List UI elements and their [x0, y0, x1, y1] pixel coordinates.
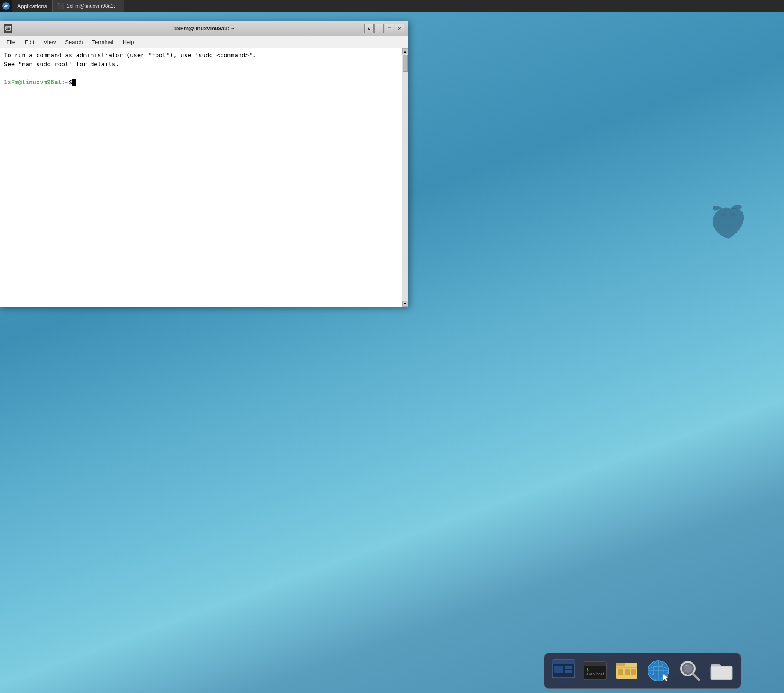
lxde-logo[interactable] — [0, 0, 12, 12]
svg-rect-13 — [565, 670, 572, 673]
terminal-text[interactable]: To run a command as administrator (user … — [0, 48, 402, 307]
prompt-user: 1xFm@linuxvm98a1 — [4, 78, 62, 87]
taskbar-top: Applications ⬛ 1xFm@linuxvm98a1: ~ — [0, 0, 784, 12]
terminal-line-1: To run a command as administrator (user … — [4, 51, 398, 60]
svg-rect-12 — [565, 666, 572, 669]
svg-text:user@host: user@host — [586, 672, 605, 676]
svg-rect-23 — [631, 669, 636, 675]
terminal-line-3 — [4, 69, 398, 78]
terminal-line-2: See "man sudo_root" for details. — [4, 60, 398, 69]
globe-icon — [646, 658, 671, 683]
taskbar-window-entry[interactable]: ⬛ 1xFm@linuxvm98a1: ~ — [52, 0, 124, 12]
svg-rect-10 — [559, 681, 568, 682]
menu-file[interactable]: File — [2, 38, 20, 47]
search-icon — [678, 658, 702, 683]
svg-point-3 — [732, 213, 735, 217]
terminal-content-area[interactable]: To run a command as administrator (user … — [0, 48, 408, 307]
folder-icon — [709, 658, 734, 683]
applications-menu[interactable]: Applications — [12, 3, 52, 9]
prompt-path: :~ — [62, 78, 69, 87]
terminal-scrollbar[interactable]: ▲ ▼ — [402, 48, 408, 307]
prompt-dollar: $ — [69, 78, 72, 87]
svg-rect-21 — [618, 669, 623, 675]
menu-edit[interactable]: Edit — [21, 38, 38, 47]
svg-rect-8 — [552, 660, 575, 664]
dock-item-terminal[interactable]: $ _ user@host — [580, 656, 610, 686]
svg-rect-22 — [625, 669, 630, 675]
titlebar-buttons: ▲ ─ □ ✕ — [364, 24, 404, 33]
titlebar-up-btn[interactable]: ▲ — [364, 24, 374, 33]
taskbar-terminal-icon: ⬛ — [57, 3, 64, 9]
titlebar-maximize-btn[interactable]: □ — [385, 24, 394, 33]
terminal-prompt: 1xFm@linuxvm98a1:~$ — [4, 78, 398, 87]
svg-rect-36 — [712, 667, 731, 679]
lxde-icon — [2, 2, 10, 10]
window-manager-icon — [551, 658, 576, 683]
svg-rect-15 — [584, 662, 606, 666]
terminal-titlebar: 1xFm@linuxvm98a1: ~ ▲ ─ □ ✕ — [0, 21, 408, 36]
file-manager-icon — [614, 658, 639, 683]
dock-item-search[interactable] — [675, 656, 705, 686]
dock-item-browser[interactable] — [643, 656, 673, 686]
svg-rect-11 — [554, 666, 563, 673]
dock-item-file-manager[interactable] — [612, 656, 642, 686]
menu-search[interactable]: Search — [61, 38, 87, 47]
svg-rect-4 — [6, 26, 11, 30]
svg-text:$ _: $ _ — [586, 667, 594, 672]
svg-rect-9 — [554, 679, 572, 681]
terminal-menubar: File Edit View Search Terminal Help — [0, 36, 408, 48]
titlebar-close-btn[interactable]: ✕ — [395, 24, 404, 33]
menu-view[interactable]: View — [39, 38, 60, 47]
menu-help[interactable]: Help — [118, 38, 139, 47]
titlebar-left — [4, 24, 12, 33]
scrollbar-thumb[interactable] — [403, 55, 408, 72]
terminal-window: 1xFm@linuxvm98a1: ~ ▲ ─ □ ✕ File Edit Vi… — [0, 21, 408, 307]
svg-point-1 — [7, 4, 8, 6]
scrollbar-down-btn[interactable]: ▼ — [402, 301, 408, 307]
dock: $ _ user@host — [544, 653, 741, 689]
dock-item-folder[interactable] — [707, 656, 737, 686]
terminal-cursor — [72, 79, 76, 86]
taskbar-window-title: 1xFm@linuxvm98a1: ~ — [67, 3, 119, 9]
svg-point-2 — [722, 213, 726, 217]
titlebar-minimize-btn[interactable]: ─ — [374, 24, 384, 33]
dock-terminal-icon-svg: $ _ user@host — [583, 658, 607, 683]
menu-terminal[interactable]: Terminal — [88, 38, 118, 47]
svg-point-33 — [684, 664, 692, 673]
svg-line-32 — [693, 674, 699, 680]
terminal-title-text: 1xFm@linuxvm98a1: ~ — [174, 25, 234, 32]
scrollbar-track[interactable] — [402, 54, 408, 301]
scrollbar-up-btn[interactable]: ▲ — [402, 48, 408, 54]
dock-item-window-manager[interactable] — [548, 656, 578, 686]
svg-rect-19 — [616, 663, 625, 666]
desktop: 1xFm@linuxvm98a1: ~ ▲ ─ □ ✕ File Edit Vi… — [0, 12, 784, 693]
mascot-bird — [703, 200, 754, 243]
terminal-title-icon — [4, 24, 12, 33]
